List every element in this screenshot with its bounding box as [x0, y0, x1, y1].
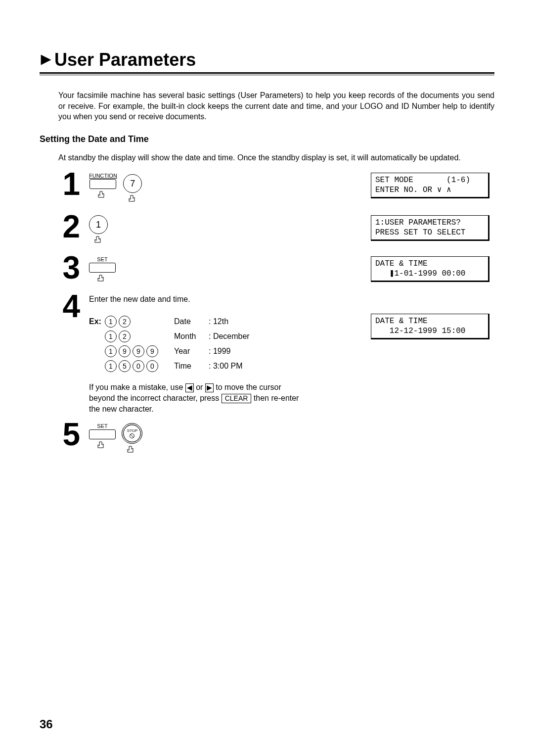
- set-key: [89, 429, 116, 439]
- press-icon: [93, 235, 106, 247]
- title-underline: [40, 72, 494, 75]
- page-title: User Parameters: [54, 49, 196, 70]
- press-icon: [96, 189, 109, 202]
- clear-key: CLEAR: [222, 394, 252, 403]
- field-label: Date: [174, 317, 209, 326]
- function-key-label: FUNCTION: [89, 173, 117, 179]
- svg-marker-0: [41, 55, 51, 65]
- press-icon: [127, 193, 140, 206]
- field-value: : 1999: [209, 347, 230, 356]
- digit-key: 2: [119, 316, 131, 328]
- left-arrow-key: ◀: [185, 383, 194, 392]
- field-value: : 12th: [209, 317, 228, 326]
- title-arrow-icon: [40, 53, 52, 66]
- press-icon: [96, 273, 109, 286]
- step-4-instruction: Enter the new date and time.: [89, 295, 494, 304]
- page-number: 36: [40, 717, 53, 731]
- field-label: Month: [174, 332, 209, 341]
- set-key: [89, 263, 116, 273]
- right-arrow-key: ▶: [205, 383, 214, 392]
- set-key-label: SET: [97, 256, 107, 262]
- press-icon: [126, 444, 138, 457]
- digit-key: 0: [133, 360, 144, 372]
- field-label: Time: [174, 362, 209, 371]
- digit-key: 2: [119, 331, 131, 342]
- section-intro: At standby the display will show the dat…: [58, 152, 494, 163]
- field-value: : 3:00 PM: [209, 362, 242, 371]
- digit-key: 1: [105, 316, 117, 328]
- digit-key: 1: [105, 360, 117, 372]
- digit-key: 9: [133, 345, 144, 357]
- digit-key: 9: [119, 345, 131, 357]
- function-key: [89, 179, 116, 189]
- step-4-number: 4: [40, 293, 89, 320]
- digit-key: 1: [105, 345, 117, 357]
- digit-key-1: 1: [89, 215, 108, 234]
- step-4-note: If you make a mistake, use ◀ or ▶ to mov…: [89, 382, 302, 414]
- digit-key: 0: [146, 360, 158, 372]
- stop-key-label: STOP: [127, 429, 138, 433]
- stop-icon: [130, 433, 134, 438]
- lcd-display-step2: 1:USER PARAMETERS? PRESS SET TO SELECT: [371, 215, 490, 241]
- press-icon: [96, 440, 109, 453]
- step-2-number: 2: [40, 213, 89, 240]
- set-key-label: SET: [97, 423, 107, 429]
- section-heading: Setting the Date and Time: [40, 134, 494, 144]
- field-label: Year: [174, 347, 209, 356]
- example-label: Ex:: [89, 317, 105, 326]
- digit-key-7: 7: [123, 174, 142, 193]
- example-table: Ex: 1 2 Date : 12th 1: [89, 316, 371, 372]
- lcd-display-step1: SET MODE (1-6) ENTER NO. OR ∨ ∧: [371, 173, 490, 198]
- digit-key: 1: [105, 331, 117, 342]
- step-3-number: 3: [40, 254, 89, 281]
- intro-text: Your facsimile machine has several basic…: [58, 90, 494, 122]
- step-1-number: 1: [40, 171, 89, 197]
- lcd-display-step3: DATE & TIME ❚1-01-1999 00:00: [371, 256, 490, 282]
- stop-key: STOP: [122, 423, 142, 444]
- field-value: : December: [209, 332, 250, 341]
- digit-key: 9: [146, 345, 158, 357]
- digit-key: 5: [119, 360, 131, 372]
- lcd-display-step4: DATE & TIME 12-12-1999 15:00: [371, 314, 490, 339]
- step-5-number: 5: [40, 421, 89, 448]
